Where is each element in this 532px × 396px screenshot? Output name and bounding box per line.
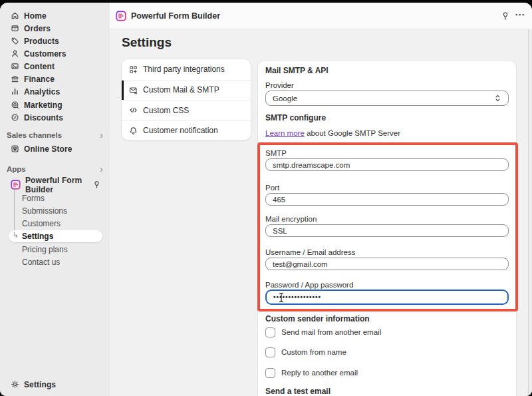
orders-icon <box>11 24 19 33</box>
test-email-heading: Send a test email <box>265 387 331 396</box>
provider-select[interactable]: Google <box>265 91 509 106</box>
port-label: Port <box>265 184 279 192</box>
learn-more-line: Learn more about Google SMTP Server <box>265 126 400 138</box>
sidebar-subitem-settings-selected[interactable]: ↳ Settings <box>9 230 102 242</box>
home-icon <box>11 11 19 20</box>
username-label: Username / Email address <box>265 248 356 256</box>
chevron-right-icon: › <box>100 132 103 138</box>
overflow-menu-icon[interactable]: ⋯ <box>515 9 525 21</box>
sidebar-item-home[interactable]: Home <box>0 9 110 22</box>
pin-icon[interactable] <box>501 11 510 21</box>
smtp-input[interactable] <box>265 158 509 171</box>
sidebar-item-finance[interactable]: Finance <box>0 73 110 85</box>
chevron-right-icon: › <box>100 166 103 172</box>
marketing-icon <box>11 100 19 109</box>
checkbox-send-mail-from-another-email[interactable]: Send mail from another email <box>265 327 381 337</box>
gear-icon <box>11 380 19 389</box>
analytics-icon <box>11 87 19 96</box>
port-input[interactable] <box>265 193 509 206</box>
panel-heading: Mail SMTP & API <box>265 66 329 75</box>
smtp-label: SMTP <box>265 149 287 157</box>
select-updown-icon <box>494 94 501 102</box>
sidebar-item-online-store[interactable]: Online Store <box>0 142 110 155</box>
provider-label: Provider <box>265 81 294 89</box>
sidebar-subitem-forms[interactable]: Forms <box>0 192 106 204</box>
sidebar-subitem-customers[interactable]: Customers <box>0 217 106 230</box>
bell-icon <box>129 126 138 135</box>
mail-encryption-input[interactable] <box>265 224 509 237</box>
mail-send-icon <box>129 86 138 95</box>
app-title: Powerful Form Builder <box>131 11 220 21</box>
username-input[interactable] <box>265 258 509 270</box>
page-title: Settings <box>122 35 172 50</box>
settings-nav-custom-css[interactable]: Custom CSS <box>122 100 251 120</box>
checkbox-icon <box>265 368 275 378</box>
password-label: Password / App password <box>265 281 353 289</box>
app-logo-icon <box>11 180 21 190</box>
app-logo-icon <box>116 11 126 21</box>
store-icon <box>11 144 19 153</box>
sidebar-item-customers[interactable]: Customers <box>0 47 110 60</box>
sidebar-subitem-contact-us[interactable]: Contact us <box>0 256 106 268</box>
code-icon <box>129 106 138 114</box>
finance-icon <box>11 75 19 83</box>
sidebar-subitem-submissions[interactable]: Submissions <box>0 204 106 217</box>
integrations-icon <box>129 65 138 74</box>
settings-nav-customer-notification[interactable]: Customer notification <box>122 120 251 141</box>
custom-sender-heading: Custom sender information <box>265 314 370 323</box>
settings-nav-third-party-integrations[interactable]: Third party integrations <box>122 59 251 80</box>
learn-more-link[interactable]: Learn more <box>265 129 305 137</box>
scrollbar[interactable] <box>528 30 532 396</box>
main-content: Settings Third party integrations Custom… <box>110 30 532 396</box>
customers-icon <box>11 49 19 58</box>
sidebar-section-apps[interactable]: Apps › <box>7 164 103 174</box>
settings-nav-card: Third party integrations Custom Mail & S… <box>122 59 251 140</box>
sidebar-item-content[interactable]: Content <box>0 60 110 73</box>
content-icon <box>11 62 19 71</box>
sidebar-item-powerful-form-builder[interactable]: Powerful Form Builder <box>0 178 110 191</box>
sidebar-item-settings-footer[interactable]: Settings <box>0 378 110 391</box>
sidebar-section-sales-channels[interactable]: Sales channels › <box>7 130 103 140</box>
pin-icon[interactable] <box>92 180 101 189</box>
app-window: Home Orders Products Customers Content F… <box>0 3 532 396</box>
sidebar-subitem-pricing-plans[interactable]: Pricing plans <box>0 243 106 256</box>
smtp-configure-heading: SMTP configure <box>265 113 326 122</box>
sidebar-item-discounts[interactable]: Discounts <box>0 111 110 124</box>
checkbox-reply-to-another-email[interactable]: Reply to another email <box>265 367 358 378</box>
password-input[interactable] <box>265 290 509 305</box>
topbar: Powerful Form Builder ⋯ <box>110 3 532 29</box>
settings-nav-custom-mail-smtp[interactable]: Custom Mail & SMTP <box>122 80 251 100</box>
sidebar: Home Orders Products Customers Content F… <box>0 3 110 396</box>
sidebar-item-analytics[interactable]: Analytics <box>0 85 110 98</box>
subnav-arrow-icon: ↳ <box>13 231 19 240</box>
checkbox-icon <box>265 347 275 357</box>
mail-encryption-label: Mail encryption <box>265 215 317 223</box>
discounts-icon <box>11 113 19 122</box>
smtp-panel-card: Mail SMTP & API Provider Google SMTP con… <box>258 61 516 396</box>
sidebar-item-orders[interactable]: Orders <box>0 22 110 35</box>
sidebar-item-products[interactable]: Products <box>0 35 110 47</box>
checkbox-icon <box>265 327 275 337</box>
products-icon <box>11 37 19 45</box>
sidebar-item-marketing[interactable]: Marketing <box>0 99 110 111</box>
checkbox-custom-from-name[interactable]: Custom from name <box>265 347 346 357</box>
